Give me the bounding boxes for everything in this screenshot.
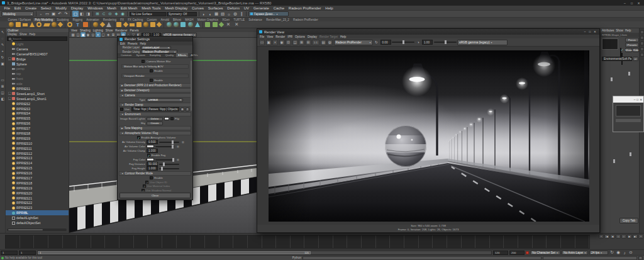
render-view-menu-item[interactable]: Display (308, 35, 317, 38)
expand-toggle[interactable]: + (8, 97, 11, 100)
render-settings-menu-item[interactable]: Presets (128, 42, 138, 45)
rv-gamma-field[interactable]: 1.00 (422, 40, 433, 45)
pause-icon[interactable]: ∥ (238, 11, 245, 17)
window-control-button[interactable]: □ (628, 1, 635, 5)
redo-render-icon[interactable]: ◗ (272, 40, 278, 45)
vp-enable-checkbox[interactable] (150, 79, 153, 82)
step-forward-frame-button[interactable]: ▶ (627, 234, 632, 239)
render-settings-tab[interactable]: Sampling (148, 53, 163, 57)
viewport-toolbar-icon[interactable]: ◎ (91, 32, 96, 37)
renderer-dropdown[interactable]: Radeon ProRender▾ (334, 40, 373, 45)
outliner-item[interactable]: RPRIES7 (6, 126, 69, 131)
attribute-editor-menu-item[interactable]: Show (616, 29, 623, 32)
expand-toggle[interactable] (8, 137, 11, 140)
expand-toggle[interactable] (8, 102, 11, 105)
menu-item[interactable]: Edit (12, 6, 23, 10)
toolbar-icon[interactable] (70, 11, 71, 16)
move-tool-icon[interactable]: + (0, 48, 5, 54)
contour-enable-checkbox[interactable] (150, 176, 153, 179)
rotate-tool-icon[interactable]: ↻ (0, 55, 5, 60)
time-tick[interactable] (333, 235, 348, 248)
expand-toggle[interactable] (8, 152, 11, 155)
spin-edge-icon[interactable] (213, 22, 218, 27)
menu-set-dropdown[interactable]: Modeling▾ (1, 11, 34, 16)
playback-start-field[interactable]: 1 (19, 251, 36, 255)
time-tick[interactable] (347, 235, 362, 248)
attribute-editor-menu-item[interactable]: Attributes (602, 29, 614, 32)
time-tick[interactable] (419, 235, 433, 248)
time-tick[interactable] (177, 235, 191, 248)
menu-item[interactable]: Mesh Display (163, 6, 190, 10)
menu-item[interactable]: Mesh (105, 6, 118, 10)
delete-edge-icon[interactable]: ✕ (225, 21, 231, 28)
tone-mapping-section[interactable]: ▶Tone Mapping (119, 126, 191, 130)
target-weld-icon[interactable] (143, 22, 148, 27)
time-tick[interactable] (77, 235, 91, 248)
outliner-item[interactable]: RPRIES19 (6, 186, 69, 191)
lasso-tool-icon[interactable]: ◌ (0, 36, 5, 41)
render-stamp-section[interactable]: ▼Render Stamp (119, 103, 191, 107)
poly-sphere-icon[interactable] (9, 22, 14, 27)
display-layers-icon[interactable]: ▧ (219, 11, 226, 17)
ibl-swatch[interactable] (164, 117, 169, 120)
modeling-toolkit-icon[interactable] (640, 47, 644, 51)
expand-toggle[interactable] (8, 191, 11, 195)
stamp-help-button[interactable]: ? (186, 108, 189, 111)
time-tick[interactable] (561, 235, 575, 248)
expand-toggle[interactable] (8, 212, 11, 215)
fog-color-swatch[interactable] (147, 158, 154, 161)
step-back-key-button[interactable]: |◀ (604, 234, 609, 239)
preferences-icon[interactable]: ⊙ (628, 250, 633, 255)
render-settings-menu-item[interactable]: Edit (120, 42, 125, 45)
time-tick[interactable] (462, 235, 476, 248)
outliner-menu-item[interactable]: Help (30, 33, 35, 36)
expand-toggle[interactable] (8, 201, 11, 205)
outliner-item[interactable]: RPRIES17 (6, 176, 69, 181)
viewport-toolbar-icon[interactable]: ◉ (86, 32, 91, 37)
script-editor-icon[interactable]: ≡ (638, 256, 643, 260)
expand-toggle[interactable] (8, 132, 11, 135)
time-tick[interactable] (518, 235, 533, 248)
focus-button[interactable]: Focus (625, 38, 639, 42)
select-object-icon[interactable]: ▢ (72, 11, 79, 17)
remove-image-icon[interactable]: ⊟ (306, 40, 311, 45)
mb-enable-checkbox[interactable] (150, 69, 153, 72)
time-tick[interactable] (248, 235, 262, 248)
outliner-item[interactable]: RPRIES22 (6, 201, 69, 206)
camera-type-dropdown[interactable]: Default▾ (147, 98, 183, 102)
rv-exposure-field[interactable]: 0.00 (380, 40, 391, 45)
environment-section[interactable]: ▼Environment (119, 112, 191, 116)
fog-distance-slider[interactable] (159, 164, 179, 165)
render-view-menu-item[interactable]: View (267, 35, 273, 38)
viewport-toolbar-icon[interactable]: ◈ (106, 32, 111, 37)
expand-toggle[interactable] (8, 77, 11, 81)
layout-two-pane-icon[interactable]: ◫ (0, 90, 5, 95)
scale-tool-icon[interactable]: ▣ (0, 61, 5, 66)
fog-distance-field[interactable]: 50.000 (147, 162, 158, 166)
quad-draw-icon[interactable] (150, 22, 155, 27)
air-density-field[interactable]: 0.500 (147, 140, 158, 144)
render-settings-window[interactable]: Render Settings EditPresetsHelp Render L… (117, 36, 193, 200)
display-alpha-icon[interactable]: ◍ (327, 40, 333, 45)
outliner-item[interactable]: RPRIES23 (6, 205, 69, 210)
combine-icon[interactable] (99, 22, 104, 27)
outliner-item[interactable]: defaultObjectSet (6, 220, 69, 225)
dialog-window-control[interactable]: ✕ (640, 98, 642, 101)
time-tick[interactable] (162, 235, 177, 248)
expand-toggle[interactable] (8, 52, 11, 55)
play-backwards-button[interactable]: ◁ (616, 234, 621, 239)
character-set-dropdown[interactable]: No Character Set▾ (530, 251, 560, 255)
go-to-end-button[interactable]: » (638, 234, 643, 239)
toolbar-icon[interactable] (127, 11, 128, 16)
viewport-menu-item[interactable]: Lighting (93, 29, 103, 32)
viewport-menu-item[interactable]: Renderer (115, 29, 127, 32)
render-layer-dropdown[interactable]: masterLayer▾ (141, 46, 171, 50)
outliner-item[interactable]: RPRIES10 (6, 141, 69, 146)
render-view-window-control[interactable]: □ (587, 30, 592, 33)
window-control-button[interactable]: – (621, 1, 628, 5)
outliner-item[interactable]: CameraFBX51246D7 (6, 52, 69, 57)
outliner-item[interactable]: RPRIES18 (6, 181, 69, 186)
outliner-item[interactable]: top (6, 71, 69, 76)
outliner-item[interactable]: + Bridge (6, 57, 69, 62)
render-view-window-control[interactable]: – (582, 30, 587, 33)
